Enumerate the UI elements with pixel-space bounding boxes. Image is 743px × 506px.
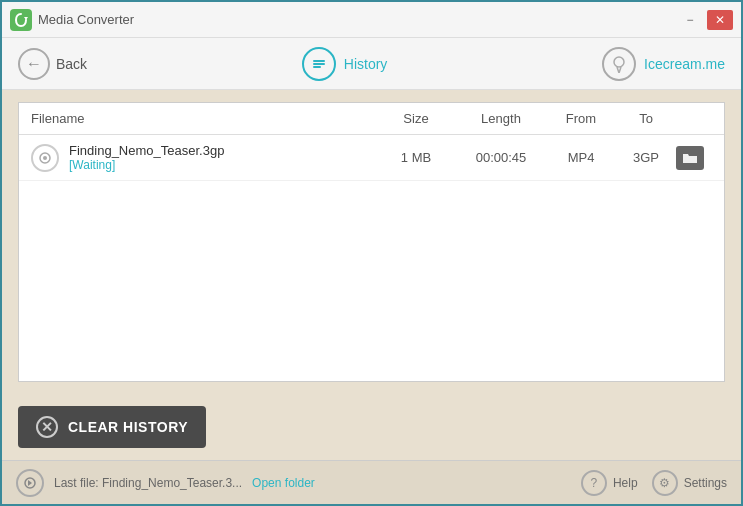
svg-rect-2 [313,66,321,68]
file-icon [31,144,59,172]
status-bar: Last file: Finding_Nemo_Teaser.3... Open… [2,460,741,504]
table-body: Finding_Nemo_Teaser.3gp [Waiting] 1 MB 0… [19,135,724,381]
status-left: Last file: Finding_Nemo_Teaser.3... Open… [16,469,315,497]
back-button[interactable]: ← Back [18,48,87,80]
back-icon: ← [18,48,50,80]
file-from: MP4 [546,150,616,165]
file-name: Finding_Nemo_Teaser.3gp [69,143,224,158]
col-filename: Filename [31,111,376,126]
settings-icon: ⚙ [652,470,678,496]
history-label: History [344,56,388,72]
last-file-icon [16,469,44,497]
table-header: Filename Size Length From To [19,103,724,135]
svg-rect-0 [313,60,325,62]
svg-rect-1 [313,63,325,65]
last-file-text: Last file: Finding_Nemo_Teaser.3... [54,476,242,490]
window-controls: − ✕ [677,10,733,30]
toolbar: ← Back History Icecream.me [2,38,741,90]
bottom-actions: ✕ CLEAR HISTORY [2,394,741,460]
file-to: 3GP [616,150,676,165]
icecream-link[interactable]: Icecream.me [602,47,725,81]
app-icon [10,9,32,31]
status-right: ? Help ⚙ Settings [581,470,727,496]
title-bar: Media Converter − ✕ [2,2,741,38]
file-info: Finding_Nemo_Teaser.3gp [Waiting] [69,143,224,172]
icecream-icon [602,47,636,81]
col-from: From [546,111,616,126]
window-title: Media Converter [38,12,134,27]
open-folder-link[interactable]: Open folder [252,476,315,490]
file-size: 1 MB [376,150,456,165]
help-icon: ? [581,470,607,496]
clear-history-label: CLEAR HISTORY [68,419,188,435]
help-label: Help [613,476,638,490]
clear-history-button[interactable]: ✕ CLEAR HISTORY [18,406,206,448]
settings-button[interactable]: ⚙ Settings [652,470,727,496]
title-bar-left: Media Converter [10,9,134,31]
file-status: [Waiting] [69,158,224,172]
col-length: Length [456,111,546,126]
icecream-label: Icecream.me [644,56,725,72]
svg-point-3 [614,57,624,67]
file-length: 00:00:45 [456,150,546,165]
svg-point-5 [43,156,47,160]
main-window: Media Converter − ✕ ← Back History [0,0,743,506]
settings-label: Settings [684,476,727,490]
file-table: Filename Size Length From To [18,102,725,382]
minimize-button[interactable]: − [677,10,703,30]
content-area: Filename Size Length From To [2,90,741,394]
col-size: Size [376,111,456,126]
history-button[interactable]: History [302,47,388,81]
col-to: To [616,111,676,126]
open-output-folder-button[interactable] [676,146,704,170]
close-button[interactable]: ✕ [707,10,733,30]
help-button[interactable]: ? Help [581,470,638,496]
back-label: Back [56,56,87,72]
table-row: Finding_Nemo_Teaser.3gp [Waiting] 1 MB 0… [19,135,724,181]
clear-x-icon: ✕ [36,416,58,438]
file-cell: Finding_Nemo_Teaser.3gp [Waiting] [31,143,376,172]
history-icon [302,47,336,81]
